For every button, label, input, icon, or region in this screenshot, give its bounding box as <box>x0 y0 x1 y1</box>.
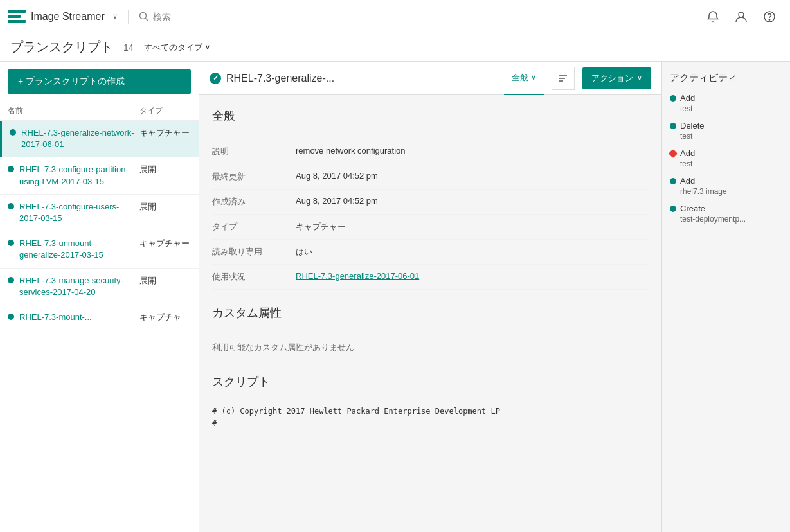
app-name: Image Streamer <box>31 11 105 22</box>
info-value: キャプチャー <box>296 221 649 233</box>
info-row: 使用状況 RHEL-7.3-generalize-2017-06-01 <box>212 265 649 290</box>
list-item[interactable]: RHEL-7.3-manage-security-services-2017-0… <box>0 269 199 305</box>
header-actions <box>700 4 782 30</box>
item-name: RHEL-7.3-configure-users-2017-03-15 <box>19 201 134 224</box>
item-status-dot <box>8 277 14 283</box>
activity-item: Add test <box>670 148 782 168</box>
activity-item: Delete test <box>670 121 782 141</box>
item-status-dot <box>8 166 14 172</box>
app-logo[interactable]: Image Streamer ∨ <box>8 10 129 24</box>
activity-dot <box>669 148 678 157</box>
logo-icon <box>8 10 26 24</box>
info-value: Aug 8, 2017 04:52 pm <box>296 171 649 182</box>
search-input[interactable] <box>153 12 282 22</box>
info-value: はい <box>296 246 649 258</box>
list-item[interactable]: RHEL-7.3-configure-partition-using-LVM-2… <box>0 157 199 194</box>
item-status-dot <box>8 203 14 209</box>
activity-list: Add test Delete test Add test Add rhel7.… <box>670 93 782 224</box>
info-label: 作成済み <box>212 196 296 208</box>
general-section-title: 全般 <box>212 108 649 129</box>
info-row: 読み取り専用 はい <box>212 240 649 265</box>
item-type: キャプチャー <box>139 238 191 249</box>
filter-chevron-icon: ∨ <box>205 43 210 51</box>
activity-panel: アクティビティ Add test Delete test Add test Ad… <box>661 62 790 532</box>
help-button[interactable] <box>757 4 782 30</box>
action-button[interactable]: アクション ∨ <box>582 67 651 89</box>
item-name: RHEL-7.3-configure-partition-using-LVM-2… <box>19 164 134 187</box>
svg-rect-1 <box>8 15 21 18</box>
detail-header: RHEL-7.3-generalize-... 全般 ∨ アクション ∨ <box>199 62 661 95</box>
activity-action: Create <box>680 204 705 213</box>
list-col-name: 名前 <box>8 105 139 116</box>
script-section-title: スクリプト <box>212 374 649 395</box>
item-count: 14 <box>123 42 134 53</box>
action-chevron-icon: ∨ <box>637 74 642 82</box>
filter-label: すべてのタイプ <box>144 42 202 53</box>
bell-icon <box>706 10 719 23</box>
svg-point-5 <box>739 12 744 17</box>
activity-action: Add <box>680 93 695 103</box>
logo-chevron-icon: ∨ <box>112 12 118 21</box>
activity-item: Create test-deploymentp... <box>670 204 782 224</box>
detail-content: 全般 説明 remove network configuration 最終更新 … <box>199 95 661 532</box>
info-value: Aug 8, 2017 04:52 pm <box>296 196 649 208</box>
item-status-dot <box>8 240 14 246</box>
action-button-label: アクション <box>591 73 633 84</box>
user-button[interactable] <box>728 4 754 30</box>
script-section: スクリプト # (c) Copyright 2017 Hewlett Packa… <box>212 374 649 430</box>
activity-title: アクティビティ <box>670 72 782 84</box>
list-item[interactable]: RHEL-7.3-generalize-network-2017-06-01 キ… <box>0 121 199 157</box>
detail-title-area: RHEL-7.3-generalize-... <box>210 73 496 84</box>
tab-chevron-icon: ∨ <box>531 73 536 82</box>
item-name: RHEL-7.3-unmount-generalize-2017-03-15 <box>19 238 134 261</box>
item-type: 展開 <box>139 275 191 287</box>
custom-section-title: カスタム属性 <box>212 305 649 326</box>
app-header: Image Streamer ∨ <box>0 0 790 33</box>
list-item[interactable]: RHEL-7.3-mount-... キャプチャ <box>0 305 199 330</box>
sort-button[interactable] <box>552 67 575 90</box>
list-col-type: タイプ <box>139 105 191 116</box>
sub-header: プランスクリプト 14 すべてのタイプ ∨ <box>0 33 790 62</box>
plan-script-list: RHEL-7.3-generalize-network-2017-06-01 キ… <box>0 121 199 532</box>
activity-detail: rhel7.3 image <box>680 187 782 196</box>
item-name: RHEL-7.3-mount-... <box>19 312 134 323</box>
info-value-text: Aug 8, 2017 04:52 pm <box>296 171 378 181</box>
script-line: # (c) Copyright 2017 Hewlett Packard Ent… <box>212 405 649 418</box>
svg-point-7 <box>769 19 769 19</box>
item-type: 展開 <box>139 201 191 213</box>
info-value-text: キャプチャー <box>296 222 346 231</box>
activity-detail: test-deploymentp... <box>680 215 782 224</box>
tab-general[interactable]: 全般 ∨ <box>504 62 544 95</box>
activity-action: Add <box>680 176 695 186</box>
main-container: + プランスクリプトの作成 名前 タイプ RHEL-7.3-generalize… <box>0 62 790 532</box>
info-value-text: はい <box>296 247 312 256</box>
info-label: 読み取り専用 <box>212 246 296 258</box>
info-value-link[interactable]: RHEL-7.3-generalize-2017-06-01 <box>296 271 419 281</box>
info-row: 最終更新 Aug 8, 2017 04:52 pm <box>212 164 649 190</box>
activity-action: Add <box>680 148 695 158</box>
script-line: # <box>212 418 649 430</box>
type-filter[interactable]: すべてのタイプ ∨ <box>144 42 210 53</box>
item-name: RHEL-7.3-manage-security-services-2017-0… <box>19 275 134 298</box>
activity-detail: test <box>680 132 782 141</box>
sort-icon <box>558 73 568 84</box>
activity-item: Add test <box>670 93 782 113</box>
left-panel: + プランスクリプトの作成 名前 タイプ RHEL-7.3-generalize… <box>0 62 199 532</box>
custom-empty-message: 利用可能なカスタム属性がありません <box>212 337 649 359</box>
svg-rect-0 <box>8 10 26 13</box>
script-content: # (c) Copyright 2017 Hewlett Packard Ent… <box>212 405 649 430</box>
info-label: 説明 <box>212 146 296 157</box>
info-value-text: remove network configuration <box>296 146 406 155</box>
create-plan-script-button[interactable]: + プランスクリプトの作成 <box>8 69 191 94</box>
activity-item: Add rhel7.3 image <box>670 176 782 196</box>
custom-attributes-section: カスタム属性 利用可能なカスタム属性がありません <box>212 305 649 359</box>
list-item[interactable]: RHEL-7.3-configure-users-2017-03-15 展開 <box>0 195 199 231</box>
activity-dot <box>670 206 676 212</box>
item-status-dot <box>10 129 16 136</box>
help-icon <box>763 10 776 23</box>
activity-dot <box>670 178 676 184</box>
detail-item-name: RHEL-7.3-generalize-... <box>226 73 334 84</box>
list-item[interactable]: RHEL-7.3-unmount-generalize-2017-03-15 キ… <box>0 231 199 268</box>
notifications-button[interactable] <box>700 4 726 30</box>
info-value: RHEL-7.3-generalize-2017-06-01 <box>296 271 649 283</box>
